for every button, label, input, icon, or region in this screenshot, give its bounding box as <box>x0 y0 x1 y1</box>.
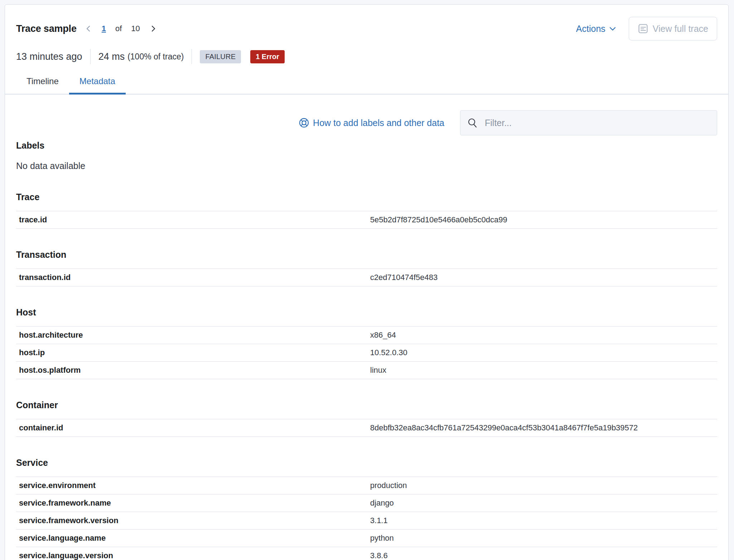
tab-metadata[interactable]: Metadata <box>69 74 126 95</box>
chevron-right-icon <box>149 25 157 33</box>
table-row: host.architecturex86_64 <box>16 326 717 344</box>
timestamp: 13 minutes ago <box>16 51 82 62</box>
metadata-key: service.language.name <box>16 534 370 543</box>
section-title: Labels <box>16 140 717 151</box>
table-row: host.os.platformlinux <box>16 361 717 379</box>
header-right: Actions View full trace <box>576 17 717 40</box>
metadata-table: transaction.idc2ed710474f5e483 <box>16 269 717 286</box>
table-row: service.framework.version3.1.1 <box>16 512 717 529</box>
metadata-table: trace.id5e5b2d7f8725d10e5466a0eb5c0dca99 <box>16 211 717 229</box>
metadata-value: x86_64 <box>370 330 717 340</box>
metadata-section: Serviceservice.environmentproductionserv… <box>16 458 717 560</box>
table-row: host.ip10.52.0.30 <box>16 344 717 361</box>
metadata-table: container.id8debfb32ea8ac34cfb761a725432… <box>16 419 717 437</box>
metadata-section: LabelsNo data available <box>16 140 717 171</box>
metadata-value: 8debfb32ea8ac34cfb761a72543299e0aca4cf53… <box>370 423 717 433</box>
view-full-trace-label: View full trace <box>653 24 708 34</box>
metadata-key: service.framework.name <box>16 498 370 508</box>
actions-menu-button[interactable]: Actions <box>576 24 617 34</box>
metadata-key: host.architecture <box>16 330 370 340</box>
metadata-section: Hosthost.architecturex86_64host.ip10.52.… <box>16 307 717 379</box>
metadata-key: service.language.version <box>16 551 370 560</box>
metadata-section: Containercontainer.id8debfb32ea8ac34cfb7… <box>16 400 717 437</box>
trace-document-icon <box>638 23 648 34</box>
metadata-value: 5e5b2d7f8725d10e5466a0eb5c0dca99 <box>370 215 717 225</box>
total-samples: 10 <box>131 24 140 33</box>
help-lifesaver-icon <box>299 117 309 128</box>
table-row: service.language.namepython <box>16 529 717 547</box>
table-row: transaction.idc2ed710474f5e483 <box>16 269 717 286</box>
filter-field <box>460 110 717 135</box>
separator <box>90 49 91 64</box>
metadata-section: Transactiontransaction.idc2ed710474f5e48… <box>16 250 717 286</box>
how-to-add-labels-link[interactable]: How to add labels and other data <box>299 117 444 128</box>
table-row: container.id8debfb32ea8ac34cfb761a725432… <box>16 419 717 437</box>
metadata-value: 3.1.1 <box>370 516 717 525</box>
error-count-badge[interactable]: 1 Error <box>250 50 285 63</box>
trace-sample-panel: Trace sample 1 of 10 Actions <box>5 4 729 560</box>
metadata-value: linux <box>370 366 717 375</box>
metadata-value: 3.8.6 <box>370 551 717 560</box>
metadata-section: Tracetrace.id5e5b2d7f8725d10e5466a0eb5c0… <box>16 192 717 229</box>
duration-percent: (100% of trace) <box>127 52 184 62</box>
metadata-key: host.os.platform <box>16 366 370 375</box>
separator <box>192 49 192 64</box>
metadata-table: host.architecturex86_64host.ip10.52.0.30… <box>16 326 717 379</box>
metadata-toolbar: How to add labels and other data <box>5 110 728 135</box>
prev-sample-button[interactable] <box>84 25 92 33</box>
table-row: service.framework.namedjango <box>16 494 717 512</box>
next-sample-button[interactable] <box>149 25 157 33</box>
pagination-of-label: of <box>115 24 122 33</box>
metadata-key: host.ip <box>16 348 370 357</box>
duration: 24 ms <box>98 51 125 62</box>
actions-label: Actions <box>576 24 605 34</box>
section-title: Transaction <box>16 250 717 260</box>
panel-header: Trace sample 1 of 10 Actions <box>5 5 728 40</box>
page-title: Trace sample <box>16 23 77 34</box>
metadata-key: service.environment <box>16 481 370 490</box>
search-icon <box>467 117 478 128</box>
metadata-table: service.environmentproductionservice.fra… <box>16 477 717 560</box>
view-full-trace-button[interactable]: View full trace <box>629 17 717 40</box>
current-sample-number[interactable]: 1 <box>102 24 106 33</box>
section-title: Service <box>16 458 717 468</box>
section-title: Container <box>16 400 717 410</box>
metadata-value: c2ed710474f5e483 <box>370 273 717 282</box>
section-title: Trace <box>16 192 717 202</box>
how-to-add-labels-label: How to add labels and other data <box>313 118 444 128</box>
metadata-value: 10.52.0.30 <box>370 348 717 357</box>
table-row: trace.id5e5b2d7f8725d10e5466a0eb5c0dca99 <box>16 211 717 229</box>
metadata-key: service.framework.version <box>16 516 370 525</box>
result-badge: FAILURE <box>200 50 241 63</box>
tabs: Timeline Metadata <box>5 74 728 95</box>
chevron-left-icon <box>84 25 92 33</box>
section-title: Host <box>16 307 717 318</box>
tab-timeline[interactable]: Timeline <box>16 74 69 95</box>
metadata-value: django <box>370 498 717 508</box>
metadata-sections: LabelsNo data availableTracetrace.id5e5b… <box>5 135 728 560</box>
table-row: service.language.version3.8.6 <box>16 547 717 560</box>
sample-pagination: 1 of 10 <box>84 24 157 33</box>
metadata-key: trace.id <box>16 215 370 225</box>
metadata-value: production <box>370 481 717 490</box>
chevron-down-icon <box>609 25 617 33</box>
header-left: Trace sample 1 of 10 <box>16 23 157 34</box>
filter-input[interactable] <box>484 117 710 129</box>
no-data-text: No data available <box>16 161 717 171</box>
metadata-key: transaction.id <box>16 273 370 282</box>
table-row: service.environmentproduction <box>16 477 717 494</box>
metadata-key: container.id <box>16 423 370 433</box>
trace-summary: 13 minutes ago 24 ms (100% of trace) FAI… <box>5 49 728 64</box>
metadata-value: python <box>370 534 717 543</box>
